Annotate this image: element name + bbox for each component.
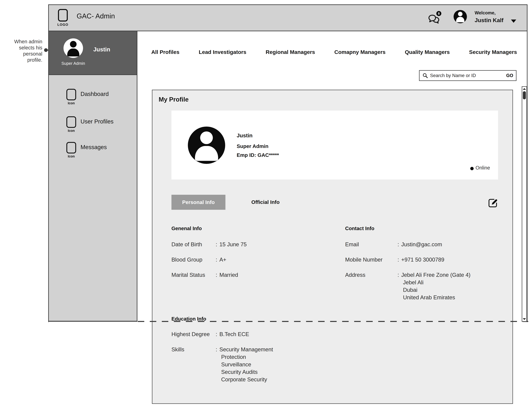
search-input[interactable] xyxy=(430,73,504,78)
colon xyxy=(395,271,401,301)
messages-placeholder-icon xyxy=(66,142,76,153)
logo-placeholder-icon xyxy=(58,9,68,22)
colon xyxy=(395,256,401,263)
icon-caption: Icon xyxy=(65,154,78,158)
notification-badge: 8 xyxy=(436,11,441,16)
notifications-button[interactable]: 8 xyxy=(428,11,443,25)
edit-icon xyxy=(488,197,498,208)
colon xyxy=(213,256,219,263)
go-button[interactable]: GO xyxy=(506,73,513,78)
annotation-line-4: profile. xyxy=(2,57,42,63)
app-title: GAC- Admin xyxy=(77,12,115,20)
colon xyxy=(213,271,219,279)
info-row: Mobile Number +971 50 3000789 xyxy=(345,256,444,263)
section-title-contact: Contact Info xyxy=(345,226,374,231)
user-name[interactable]: Justin Kalf xyxy=(475,17,503,23)
info-value: 15 June 75 xyxy=(219,241,247,248)
profile-card: Justin Super Admin Emp ID: GAC***** Onli… xyxy=(172,111,498,180)
info-label: Email xyxy=(345,241,395,248)
tab-company-managers[interactable]: Comapny Managers xyxy=(334,49,386,55)
profile-name: Justin xyxy=(237,132,253,138)
sidebar-item-messages[interactable]: Icon Messages xyxy=(49,142,137,162)
info-row: Blood Group A+ xyxy=(172,256,226,263)
info-value: B.Tech ECE xyxy=(219,330,249,338)
online-status-label: Online xyxy=(476,165,490,171)
scroll-down-arrow-icon[interactable] xyxy=(523,318,526,320)
info-label: Skills xyxy=(172,346,213,383)
page-title: My Profile xyxy=(159,96,189,103)
address-line: Dubai xyxy=(401,286,471,294)
address-line: Jebel Ali xyxy=(401,279,471,286)
colon xyxy=(213,241,219,248)
user-avatar[interactable] xyxy=(454,10,467,23)
scroll-up-arrow-icon[interactable] xyxy=(523,88,526,90)
edit-button[interactable] xyxy=(488,197,498,208)
skill-line: Security Audits xyxy=(219,368,273,376)
info-row: Date of Birth 15 June 75 xyxy=(172,241,247,248)
search-bar: GO xyxy=(419,70,517,81)
info-label: Blood Group xyxy=(172,256,213,263)
info-value: Justin@gac.com xyxy=(401,241,442,248)
scrollbar-thumb[interactable] xyxy=(523,91,526,99)
tab-lead-investigators[interactable]: Lead Investigators xyxy=(199,49,246,55)
tab-security-managers[interactable]: Security Managers xyxy=(469,49,517,55)
icon-caption: Icon xyxy=(65,129,78,133)
fold-dashed-line xyxy=(138,321,528,322)
info-value: Married xyxy=(219,271,238,279)
colon xyxy=(213,346,219,383)
sidebar-item-label: Messages xyxy=(81,144,107,151)
annotation-line-1: When admin xyxy=(2,38,42,45)
tab-regional-managers[interactable]: Regional Managers xyxy=(266,49,315,55)
profile-avatar xyxy=(188,127,225,164)
sidebar-item-label: Dashboard xyxy=(81,91,109,97)
info-label: Highest Degree xyxy=(172,330,213,338)
search-icon xyxy=(422,73,428,79)
skill-line: Surveillance xyxy=(219,361,273,368)
info-row: Marital Status Married xyxy=(172,271,238,279)
address-line: Jebel Ali Free Zone (Gate 4) xyxy=(401,271,471,279)
info-label: Marital Status xyxy=(172,271,213,279)
my-profile-panel: My Profile Justin Super Admin Emp ID: GA… xyxy=(152,90,513,404)
skill-line: Corporate Security xyxy=(219,376,273,383)
address-line: United Arab Emirates xyxy=(401,294,471,301)
info-value: Jebel Ali Free Zone (Gate 4) Jebel Ali D… xyxy=(401,271,471,301)
sidebar-avatar xyxy=(63,38,83,58)
tab-quality-managers[interactable]: Quality Managers xyxy=(405,49,450,55)
tab-official-info[interactable]: Official Info xyxy=(251,199,280,205)
profile-role: Super Admin xyxy=(237,143,269,149)
skill-line: Protection xyxy=(219,353,273,361)
online-status-dot xyxy=(470,167,474,170)
sidebar-profile-role: Super Admin xyxy=(61,61,86,66)
sidebar-item-user-profiles[interactable]: Icon User Profiles xyxy=(49,116,137,136)
dashboard-placeholder-icon xyxy=(66,89,76,100)
sidebar-profile-name: Justin xyxy=(93,46,110,53)
annotation-line-2: selects his xyxy=(2,45,42,51)
sidebar: Justin Super Admin Icon Dashboard Icon U… xyxy=(49,31,137,322)
chevron-down-icon[interactable] xyxy=(511,20,516,23)
info-value: Security Management Protection Surveilla… xyxy=(219,346,273,383)
sidebar-item-label: User Profiles xyxy=(81,118,113,125)
info-value: A+ xyxy=(219,256,226,263)
sidebar-profile[interactable]: Justin Super Admin xyxy=(49,31,137,75)
annotation-line-3: personal xyxy=(2,51,42,57)
scrollbar[interactable] xyxy=(522,86,527,322)
info-row: Email Justin@gac.com xyxy=(345,241,442,248)
logo-caption: LOGO xyxy=(56,23,70,27)
icon-caption: Icon xyxy=(65,101,78,105)
info-label: Mobile Number xyxy=(345,256,395,263)
tab-all-profiles[interactable]: All Profiles xyxy=(151,49,180,55)
info-row: Skills Security Management Protection Su… xyxy=(172,346,273,383)
sidebar-item-dashboard[interactable]: Icon Dashboard xyxy=(49,89,137,109)
profile-emp-id: Emp ID: GAC***** xyxy=(237,152,279,158)
info-label: Date of Birth xyxy=(172,241,213,248)
info-row: Highest Degree B.Tech ECE xyxy=(172,330,249,338)
colon xyxy=(213,330,219,338)
user-profiles-placeholder-icon xyxy=(66,116,76,128)
skill-line: Security Management xyxy=(219,346,273,353)
tab-personal-info[interactable]: Personal Info xyxy=(172,195,225,210)
welcome-label: Welcome, xyxy=(475,10,495,15)
info-row: Address Jebel Ali Free Zone (Gate 4) Jeb… xyxy=(345,271,471,301)
colon xyxy=(395,241,401,248)
section-title-general: Genenal Info xyxy=(172,226,202,231)
info-label: Address xyxy=(345,271,395,301)
